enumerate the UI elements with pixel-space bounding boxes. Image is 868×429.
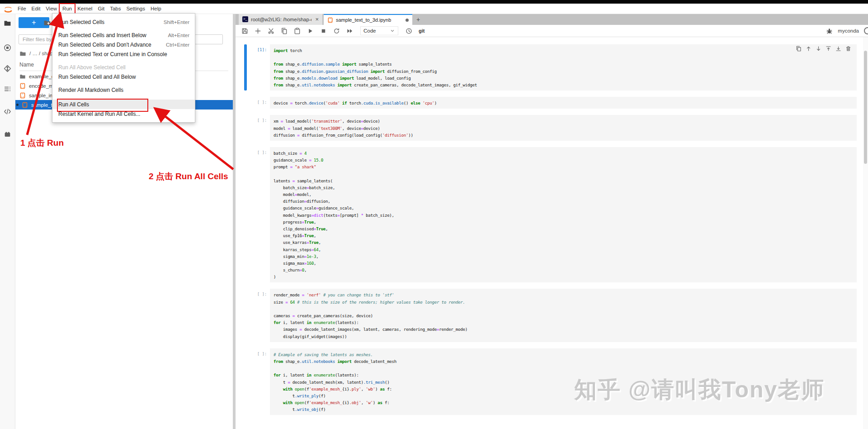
code-cell-2: [ ]:device = torch.device('cuda' if torc… bbox=[244, 97, 857, 109]
files-icon[interactable] bbox=[4, 19, 11, 27]
paste-icon[interactable] bbox=[294, 28, 301, 34]
menu-item-run-selected-text-or-current-line-in-console[interactable]: Run Selected Text or Current Line in Con… bbox=[52, 49, 195, 59]
menu-kernel[interactable]: Kernel bbox=[75, 4, 95, 13]
cell-editor[interactable]: render_mode = 'nerf' # you can change th… bbox=[270, 289, 857, 342]
menu-item-shortcut: Shift+Enter bbox=[164, 19, 189, 25]
git-icon[interactable] bbox=[4, 65, 11, 72]
bug-icon[interactable] bbox=[826, 28, 833, 34]
restart-icon[interactable] bbox=[333, 28, 340, 34]
main-dock: >_ root@w2rLlG: /home/shap-e × sample_te… bbox=[236, 14, 868, 429]
cell-prompt: [ ]: bbox=[247, 289, 270, 342]
run-icon[interactable] bbox=[307, 28, 314, 34]
notebook-icon bbox=[22, 102, 28, 108]
notebook-toolbar: Code git myconda bbox=[236, 25, 868, 37]
new-tab-button[interactable]: + bbox=[412, 14, 424, 25]
notebook-toolbar-icons bbox=[241, 28, 353, 34]
notebook-icon bbox=[19, 92, 26, 99]
menu-git[interactable]: Git bbox=[95, 4, 107, 13]
duplicate-icon[interactable] bbox=[796, 46, 802, 52]
tab-bar: >_ root@w2rLlG: /home/shap-e × sample_te… bbox=[236, 14, 868, 25]
cell-editor[interactable]: import torch from shap_e.diffusion.sampl… bbox=[270, 44, 857, 91]
scrollbar-thumb[interactable] bbox=[864, 51, 867, 164]
cut-icon[interactable] bbox=[268, 28, 274, 34]
kernel-indicator-group: myconda bbox=[826, 27, 868, 34]
cell-prompt: [ ]: bbox=[247, 348, 270, 415]
menu-item-render-all-markdown-cells[interactable]: Render All Markdown Cells bbox=[52, 85, 195, 95]
new-folder-icon[interactable] bbox=[43, 19, 51, 27]
menu-item-run-selected-cell-and-all-below[interactable]: Run Selected Cell and All Below bbox=[52, 72, 195, 81]
menu-file[interactable]: File bbox=[15, 4, 29, 13]
cell-toolbar bbox=[796, 46, 851, 52]
code-cell-3: [ ]:xm = load_model('transmitter', devic… bbox=[244, 115, 857, 141]
annotation-box-run-all-cells bbox=[57, 99, 148, 112]
cell-prompt: [ ]: bbox=[247, 97, 270, 109]
tab-title: sample_text_to_3d.ipynb bbox=[336, 17, 391, 23]
menu-item-label: Render All Markdown Cells bbox=[58, 87, 123, 93]
window-top-strip bbox=[0, 0, 868, 4]
menu-item-label: Run Selected Cell and All Below bbox=[58, 74, 136, 80]
close-icon[interactable]: × bbox=[315, 16, 319, 23]
panel-divider[interactable] bbox=[233, 14, 236, 429]
menu-view[interactable]: View bbox=[43, 4, 60, 13]
menu-item-run-selected-cells-and-insert-below[interactable]: Run Selected Cells and Insert BelowAlt+E… bbox=[52, 30, 195, 40]
code-cell-4: [ ]:batch_size = 4guidance_scale = 15.0p… bbox=[244, 147, 857, 283]
cell-prompt: [ ]: bbox=[247, 115, 270, 141]
menu-help[interactable]: Help bbox=[148, 4, 164, 13]
running-icon[interactable] bbox=[4, 44, 11, 52]
menu-edit[interactable]: Edit bbox=[29, 4, 43, 13]
tab-terminal[interactable]: >_ root@w2rLlG: /home/shap-e × bbox=[239, 14, 322, 25]
jupyter-logo-icon bbox=[4, 5, 13, 13]
unsaved-changes-icon bbox=[406, 19, 409, 22]
extensions-icon[interactable] bbox=[4, 130, 11, 138]
move-down-icon[interactable] bbox=[816, 46, 821, 52]
cell-type-value: Code bbox=[363, 28, 376, 33]
menu-item-run-selected-cells[interactable]: Run Selected CellsShift+Enter bbox=[52, 17, 195, 27]
cell-type-dropdown[interactable]: Code bbox=[360, 26, 398, 35]
menu-item-run-selected-cells-and-don-t-advance[interactable]: Run Selected Cells and Don't AdvanceCtrl… bbox=[52, 40, 195, 49]
insert-below-icon[interactable] bbox=[835, 46, 841, 52]
code-cell-1: [1]:import torch from shap_e.diffusion.s… bbox=[244, 44, 857, 91]
annotation-step2: 2 点击 Run All Cells bbox=[149, 171, 228, 182]
left-sidebar bbox=[0, 14, 15, 429]
clock-icon[interactable] bbox=[406, 28, 412, 34]
menu-item-label: Run All Above Selected Cell bbox=[58, 64, 126, 71]
stop-icon[interactable] bbox=[320, 28, 327, 34]
kernel-name[interactable]: myconda bbox=[838, 28, 859, 33]
git-toolbar-label[interactable]: git bbox=[419, 28, 425, 33]
menu-item-run-all-above-selected-cell[interactable]: Run All Above Selected Cell bbox=[52, 62, 195, 72]
delete-icon[interactable] bbox=[845, 46, 851, 52]
move-up-icon[interactable] bbox=[806, 46, 811, 52]
menu-bar: FileEditViewRunKernelGitTabsSettingsHelp bbox=[0, 4, 868, 14]
cell-editor[interactable]: xm = load_model('transmitter', device=de… bbox=[270, 115, 857, 141]
menu-bar-items: FileEditViewRunKernelGitTabsSettingsHelp bbox=[15, 4, 164, 13]
code-icon[interactable] bbox=[4, 108, 11, 115]
save-icon[interactable] bbox=[241, 28, 248, 34]
menu-tabs[interactable]: Tabs bbox=[107, 4, 123, 13]
menu-item-label: Run Selected Text or Current Line in Con… bbox=[58, 51, 167, 57]
notebook-content: [1]:import torch from shap_e.diffusion.s… bbox=[236, 37, 863, 421]
folder-icon bbox=[19, 73, 26, 80]
vertical-scrollbar[interactable] bbox=[863, 37, 868, 429]
menu-run[interactable]: Run bbox=[60, 4, 75, 13]
watermark: 知乎 @请叫我Tony老师 bbox=[574, 375, 825, 405]
cell-editor[interactable]: device = torch.device('cuda' if torch.cu… bbox=[270, 97, 857, 109]
menu-item-label: Run Selected Cells and Insert Below bbox=[58, 32, 146, 38]
add-icon[interactable] bbox=[255, 28, 261, 34]
kernel-status-icon bbox=[864, 27, 868, 34]
open-file-dot-icon bbox=[16, 104, 19, 106]
annotation-step1: 1 点击 Run bbox=[20, 137, 64, 149]
chevron-down-icon bbox=[390, 28, 395, 33]
cell-editor[interactable]: batch_size = 4guidance_scale = 15.0promp… bbox=[270, 147, 857, 283]
copy-icon[interactable] bbox=[281, 28, 288, 34]
fast-forward-icon[interactable] bbox=[346, 28, 353, 34]
menu-item-shortcut: Ctrl+Enter bbox=[166, 42, 189, 48]
menu-settings[interactable]: Settings bbox=[123, 4, 148, 13]
menu-item-label: Run Selected Cells and Don't Advance bbox=[58, 42, 151, 48]
cell-prompt: [ ]: bbox=[247, 147, 270, 283]
home-folder-icon bbox=[19, 50, 26, 57]
insert-above-icon[interactable] bbox=[826, 46, 831, 52]
notebook-icon bbox=[19, 83, 26, 89]
tab-notebook[interactable]: sample_text_to_3d.ipynb bbox=[324, 14, 412, 25]
code-cell-5: [ ]:render_mode = 'nerf' # you can chang… bbox=[244, 289, 857, 342]
toc-icon[interactable] bbox=[4, 85, 11, 93]
